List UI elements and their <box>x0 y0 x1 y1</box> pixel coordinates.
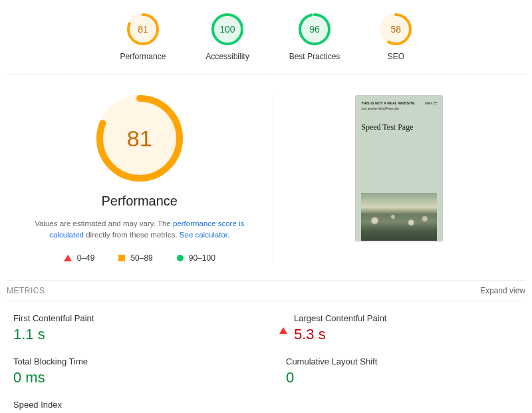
metric-total-blocking-time: Total Blocking Time0 ms <box>7 352 253 396</box>
category-score-seo[interactable]: 58SEO <box>380 13 412 61</box>
circle-icon <box>177 255 184 261</box>
performance-description: Values are estimated and may vary. The p… <box>27 218 253 241</box>
metric-value: 0 <box>286 369 377 386</box>
performance-gauge: 81 <box>96 95 183 182</box>
score-label: Performance <box>120 52 166 61</box>
legend-range: 90–100 <box>189 253 215 263</box>
gauge-icon: 58 <box>380 13 412 45</box>
gauge-value: 81 <box>96 95 183 182</box>
metric-value: 5.3 s <box>294 326 386 343</box>
legend-item-circle: 90–100 <box>177 253 215 263</box>
expand-view-button[interactable]: Expand view <box>480 286 525 295</box>
page-screenshot: THIS IS NOT A REAL WEBSITE Menu ☰ Just a… <box>355 95 443 241</box>
metric-name: Largest Contentful Paint <box>294 313 386 323</box>
score-value: 81 <box>127 13 159 45</box>
desc-text-2: directly from these metrics. <box>84 231 180 239</box>
category-score-accessibility[interactable]: 100Accessibility <box>205 13 249 61</box>
legend-item-triangle: 0–49 <box>64 253 95 263</box>
legend-range: 0–49 <box>77 253 95 263</box>
preview-tagline: Just another WordPress site <box>361 107 437 110</box>
category-score-performance[interactable]: 81Performance <box>120 13 166 61</box>
category-scores-row: 81Performance 100Accessibility 96Best Pr… <box>7 7 525 75</box>
score-legend: 0–4950–8990–100 <box>64 253 215 263</box>
metric-name: First Contentful Paint <box>13 313 94 323</box>
legend-range: 50–89 <box>130 253 152 263</box>
triangle-icon <box>279 316 287 334</box>
metric-first-contentful-paint: First Contentful Paint1.1 s <box>7 309 253 352</box>
category-score-best-practices[interactable]: 96Best Practices <box>289 13 340 61</box>
legend-item-square: 50–89 <box>118 253 152 263</box>
metric-name: Cumulative Layout Shift <box>286 356 377 366</box>
preview-menu: Menu ☰ <box>425 101 437 106</box>
score-label: Accessibility <box>205 52 249 61</box>
metric-name: Total Blocking Time <box>13 356 88 366</box>
see-calculator-link[interactable]: See calculator <box>180 231 227 239</box>
desc-text: Values are estimated and may vary. The <box>35 219 173 227</box>
score-label: SEO <box>388 52 404 61</box>
triangle-icon <box>64 255 72 261</box>
metrics-grid: First Contentful Paint1.1 sLargest Conte… <box>7 301 525 414</box>
metric-cumulative-layout-shift: Cumulative Layout Shift0 <box>279 352 525 396</box>
screenshot-column: THIS IS NOT A REAL WEBSITE Menu ☰ Just a… <box>273 95 526 263</box>
metric-value: 1.1 s <box>13 326 94 343</box>
metric-largest-contentful-paint: Largest Contentful Paint5.3 s <box>279 309 525 352</box>
metric-speed-index: Speed Index1.1 s <box>7 396 253 414</box>
square-icon <box>118 255 125 261</box>
preview-page-heading: Speed Test Page <box>361 122 437 133</box>
score-value: 96 <box>299 13 331 45</box>
metric-name: Speed Index <box>13 400 62 410</box>
performance-title: Performance <box>102 194 178 209</box>
preview-hero-image <box>361 193 437 241</box>
score-value: 100 <box>211 13 243 45</box>
metric-value: 0 ms <box>13 369 88 386</box>
gauge-icon: 100 <box>211 13 243 45</box>
metrics-section-title: METRICS <box>7 286 45 295</box>
gauge-icon: 96 <box>299 13 331 45</box>
performance-panel: 81 Performance Values are estimated and … <box>7 95 273 263</box>
gauge-icon: 81 <box>127 13 159 45</box>
score-label: Best Practices <box>289 52 340 61</box>
period: . <box>227 231 229 239</box>
score-value: 58 <box>380 13 412 45</box>
preview-site-title: THIS IS NOT A REAL WEBSITE <box>361 101 414 106</box>
